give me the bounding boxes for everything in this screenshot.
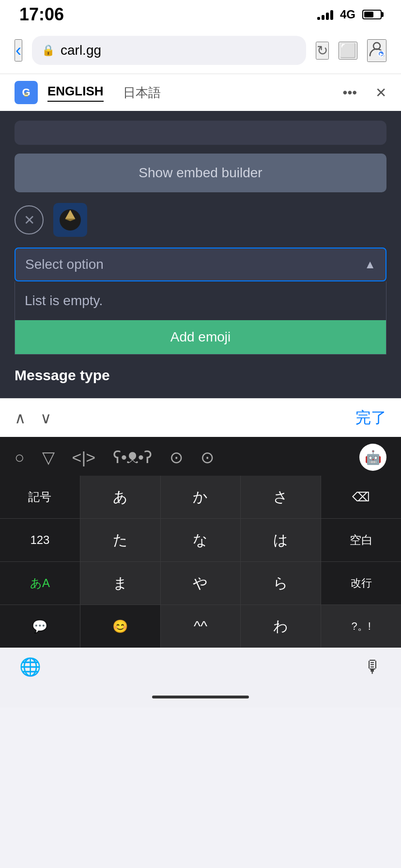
- toolbar-down-button[interactable]: ∨: [40, 409, 51, 427]
- keyboard-main-rows: 記号 あ か さ ⌫ 123 た な は 空白 あA ま や ら 改行 💬 😊 …: [0, 476, 401, 648]
- kb-key-ta[interactable]: た: [80, 519, 160, 561]
- address-bar[interactable]: 🔒 carl.gg: [32, 36, 306, 65]
- kb-key-punct[interactable]: ?。!: [321, 605, 401, 648]
- keyboard-toolbar: ∧ ∨ 完了: [0, 398, 401, 437]
- kb-key-space[interactable]: 空白: [321, 519, 401, 561]
- add-emoji-label: Add emoji: [170, 329, 231, 345]
- kb-emoji-icon[interactable]: ʕ•ᴥ•ʔ: [113, 448, 152, 467]
- kb-key-kigo[interactable]: 記号: [0, 476, 80, 518]
- dropdown-panel: List is empty. Add emoji: [15, 281, 386, 355]
- network-label: 4G: [340, 8, 355, 21]
- status-bar: 17:06 4G: [0, 0, 401, 29]
- translate-english-tab[interactable]: ENGLISH: [47, 84, 104, 102]
- kb-key-wa[interactable]: わ: [241, 605, 321, 648]
- kb-code-icon[interactable]: <|>: [72, 448, 96, 467]
- embed-builder-label: Show embed builder: [139, 165, 262, 181]
- kb-mic-icon[interactable]: ⊙: [170, 448, 183, 467]
- lock-icon: 🔒: [42, 44, 55, 57]
- kb-key-caret[interactable]: ^^: [161, 605, 241, 648]
- kb-key-delete[interactable]: ⌫: [321, 476, 401, 518]
- message-type-label: Message type: [15, 367, 386, 384]
- kb-key-ma[interactable]: ま: [80, 562, 160, 604]
- kb-robot-icon[interactable]: 🤖: [359, 444, 386, 471]
- keyboard-top-row: ○ ▽ <|> ʕ•ᴥ•ʔ ⊙ ⊙ 🤖: [0, 437, 401, 476]
- status-icons: 4G: [317, 8, 382, 21]
- google-translate-icon: G ≡: [15, 81, 38, 104]
- add-emoji-button[interactable]: Add emoji: [15, 320, 386, 354]
- bookmark-button[interactable]: ⬜: [339, 42, 357, 60]
- kb-key-ka[interactable]: か: [161, 476, 241, 518]
- translate-close-button[interactable]: ✕: [375, 85, 386, 101]
- toolbar-up-button[interactable]: ∧: [15, 409, 26, 427]
- x-icon: ✕: [24, 212, 35, 228]
- translate-japanese-tab[interactable]: 日本語: [123, 84, 161, 101]
- toolbar-done-button[interactable]: 完了: [355, 407, 386, 429]
- globe-icon[interactable]: 🌐: [19, 657, 41, 677]
- kb-key-chat[interactable]: 💬: [0, 605, 80, 648]
- battery-icon: [362, 10, 382, 19]
- list-empty-text: List is empty.: [15, 281, 386, 320]
- reload-button[interactable]: ↻: [316, 42, 329, 60]
- svg-text:▶: ▶: [380, 52, 384, 57]
- kb-key-aa[interactable]: あA: [0, 562, 80, 604]
- kb-search-icon[interactable]: ○: [15, 448, 25, 467]
- embed-builder-button[interactable]: Show embed builder: [15, 154, 386, 192]
- back-button[interactable]: ‹: [15, 39, 22, 62]
- kb-down-icon[interactable]: ⊙: [200, 448, 214, 467]
- kb-key-na[interactable]: な: [161, 519, 241, 561]
- home-indicator: [0, 686, 401, 708]
- kb-shirt-icon[interactable]: ▽: [42, 448, 55, 467]
- home-bar: [152, 696, 249, 698]
- profile-button[interactable]: ▶: [367, 39, 386, 62]
- remove-icon-button[interactable]: ✕: [15, 205, 44, 234]
- keyboard-mic-icon[interactable]: 🎙: [364, 657, 382, 677]
- kb-key-emoji[interactable]: 😊: [80, 605, 160, 648]
- keyboard: ○ ▽ <|> ʕ•ᴥ•ʔ ⊙ ⊙ 🤖 記号 あ か さ ⌫ 123 た な は…: [0, 437, 401, 686]
- main-content: Show embed builder ✕ Select option ▲ Lis…: [0, 111, 401, 398]
- kb-key-sa[interactable]: さ: [241, 476, 321, 518]
- browser-bar: ‹ 🔒 carl.gg ↻ ⬜ ▶: [0, 29, 401, 74]
- url-text: carl.gg: [61, 43, 101, 58]
- kb-key-ya[interactable]: や: [161, 562, 241, 604]
- bot-avatar: [53, 203, 87, 237]
- signal-bars-icon: [317, 9, 333, 20]
- toolbar-nav: ∧ ∨: [15, 409, 355, 427]
- status-time: 17:06: [19, 4, 64, 25]
- select-placeholder: Select option: [25, 257, 104, 272]
- kb-key-ha[interactable]: は: [241, 519, 321, 561]
- keyboard-bottom-bar: 🌐 🎙: [0, 648, 401, 686]
- kb-key-123[interactable]: 123: [0, 519, 80, 561]
- translate-more-button[interactable]: •••: [343, 85, 357, 100]
- kb-key-enter[interactable]: 改行: [321, 562, 401, 604]
- translate-bar: G ≡ ENGLISH 日本語 ••• ✕: [0, 74, 401, 111]
- kb-key-a[interactable]: あ: [80, 476, 160, 518]
- kb-key-ra[interactable]: ら: [241, 562, 321, 604]
- keyboard-top-icons: ○ ▽ <|> ʕ•ᴥ•ʔ ⊙ ⊙: [15, 448, 359, 467]
- dropdown-arrow-icon: ▲: [364, 258, 376, 271]
- top-partial-element: [15, 121, 386, 145]
- icon-row: ✕: [15, 203, 386, 237]
- select-dropdown[interactable]: Select option ▲: [15, 248, 386, 281]
